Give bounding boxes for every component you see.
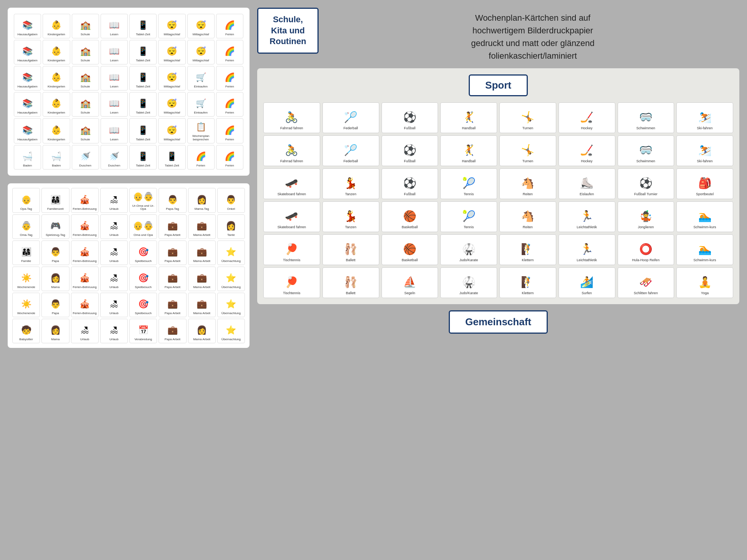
sport-icon: 🤹 xyxy=(639,208,653,224)
bottom-left-card-item: 🎪Ferien-Betreuung xyxy=(71,188,99,213)
sport-icon: 🤸 xyxy=(521,109,534,125)
sport-card-item: 🩰Ballett xyxy=(322,234,379,265)
card-icon: ⭐ xyxy=(226,323,236,337)
bottom-left-card-item: 💼Papa Arbeit xyxy=(159,319,186,343)
top-card-item: 📱Tablet-Zeit xyxy=(129,145,157,170)
bottom-left-card-item: 🏖Urlaub xyxy=(100,214,128,239)
card-label: Mittagschlaf xyxy=(164,111,180,115)
sport-icon: 🏸 xyxy=(344,109,357,125)
sport-icon: 🐴 xyxy=(521,208,534,224)
bottom-left-card-item: 👴👵Ur-Oma und Ur-Opa xyxy=(129,188,157,213)
bottom-left-card-item: 👴👵Oma und Opa xyxy=(129,214,157,239)
card-icon: 👵 xyxy=(21,219,31,233)
sport-icon: ⚽ xyxy=(403,142,416,158)
sport-icon: 🥽 xyxy=(639,109,653,125)
card-label: Ferien xyxy=(225,33,234,36)
top-card-item: 👶Kindergarten xyxy=(43,14,70,38)
sport-card-item: ⛵Segeln xyxy=(382,267,438,298)
gemeinschaft-container: Gemeinschaft xyxy=(257,310,739,334)
sport-label: Ski-fahren xyxy=(697,126,713,130)
gemeinschaft-badge: Gemeinschaft xyxy=(449,310,548,334)
card-icon: 📋 xyxy=(196,120,206,134)
sport-icon: 🤸 xyxy=(521,142,534,158)
sport-icon: 🤾 xyxy=(462,109,476,125)
sport-icon: 🏓 xyxy=(285,240,298,257)
card-icon: 👴👵 xyxy=(133,219,154,233)
top-card-item: 📖Lesen xyxy=(101,40,128,64)
card-label: Tablet-Zeit xyxy=(136,164,150,168)
card-icon: 😴 xyxy=(167,124,177,137)
sport-label: Tennis xyxy=(464,225,474,229)
card-label: Hausaufgaben xyxy=(18,85,38,89)
card-icon: 👴👵 xyxy=(133,190,154,204)
card-icon: 👶 xyxy=(51,44,61,58)
card-icon: 👨 xyxy=(167,193,178,207)
top-card-item: 📚Hausaufgaben xyxy=(14,92,41,117)
top-card-item: 🌈Ferien xyxy=(216,14,243,38)
card-label: Tablet-Zeit xyxy=(136,59,150,63)
card-label: Ferien xyxy=(197,164,205,168)
bottom-left-card-item: 🎪Ferien-Betreuung xyxy=(71,267,99,291)
sport-card-item: 🚴Fahrrad fahren xyxy=(263,135,320,166)
bottom-left-card-item: 👩Mama xyxy=(41,267,69,291)
sport-label: Handball xyxy=(462,126,476,130)
card-icon: 🏫 xyxy=(80,44,91,58)
top-card-item: 😴Mittagschlaf xyxy=(158,118,185,143)
bottom-left-card-item: 🎯Spielbesuch xyxy=(129,293,157,317)
card-label: Ferien-Betreuung xyxy=(73,312,96,315)
card-label: Mama xyxy=(51,286,59,289)
bottom-left-card-item: 👨‍👩‍👧Familie xyxy=(12,240,40,265)
bottom-left-card-item: 🧒Babysitter xyxy=(12,319,40,343)
top-card-item: 🌈Ferien xyxy=(216,92,243,117)
card-icon: 🎯 xyxy=(138,271,149,285)
card-icon: 📚 xyxy=(22,44,33,58)
card-label: Tablet-Zeit xyxy=(136,85,150,89)
card-icon: 😴 xyxy=(167,97,177,110)
card-icon: 👨‍👩‍👧 xyxy=(21,245,31,259)
top-card-item: 😴Mittagschlaf xyxy=(187,14,215,38)
card-icon: 🎪 xyxy=(79,193,90,207)
card-label: Lesen xyxy=(110,59,118,63)
card-label: Onkel xyxy=(227,208,235,211)
sport-label: Sportbeutel xyxy=(696,192,714,196)
card-label: Übernachtung xyxy=(221,338,241,341)
bottom-left-card-item: 💼Papa Arbeit xyxy=(159,267,186,291)
card-label: Schule xyxy=(81,85,90,89)
sport-card-item: 🏸Federball xyxy=(322,135,379,166)
card-icon: 🚿 xyxy=(109,150,119,163)
sport-label: Fahrrad fahren xyxy=(280,159,303,163)
sport-label: Fußball Turnier xyxy=(634,192,658,196)
card-label: Mittagschlaf xyxy=(164,59,180,63)
card-label: Urlaub xyxy=(109,338,119,341)
card-icon: 🌈 xyxy=(225,71,235,84)
card-icon: 🎪 xyxy=(79,245,90,259)
card-label: Ferien xyxy=(225,59,234,63)
sport-icon: 🎒 xyxy=(698,175,712,191)
top-card-item: 🏫Schule xyxy=(72,40,99,64)
card-label: Familie xyxy=(21,260,31,263)
sport-card-item: 🎾Tennis xyxy=(440,201,497,232)
card-label: Tablet-Zeit xyxy=(136,33,150,36)
top-card-item: 👶Kindergarten xyxy=(43,92,70,117)
card-icon: 📖 xyxy=(109,18,119,32)
sport-card-item: 🤹Jonglieren xyxy=(618,201,674,232)
bottom-left-card-item: 👨Papa xyxy=(41,240,69,265)
card-label: Duschen xyxy=(79,164,91,168)
bottom-left-card-item: 👩Mama xyxy=(41,319,69,343)
sport-label: Turnen xyxy=(522,126,533,130)
card-icon: 🛒 xyxy=(196,71,206,84)
sport-icon: 🏀 xyxy=(403,208,416,224)
card-label: Mittagschlaf xyxy=(193,59,209,63)
sport-icon: 💃 xyxy=(344,175,357,191)
sport-label: Leichtathletik xyxy=(577,258,597,262)
bottom-left-card-item: ☀️Wochenende xyxy=(12,267,40,291)
card-icon: 🌈 xyxy=(225,97,235,110)
sport-card-item: ⚽Fußball xyxy=(382,135,438,166)
card-icon: 💼 xyxy=(167,245,178,259)
card-label: Papa Arbeit xyxy=(165,312,180,315)
card-icon: 👩 xyxy=(197,323,207,337)
card-label: Hausaufgaben xyxy=(18,111,38,115)
sport-label: Turnen xyxy=(522,159,533,163)
sport-icon: 🚴 xyxy=(285,109,298,125)
card-label: Mama Arbeit xyxy=(193,286,210,289)
